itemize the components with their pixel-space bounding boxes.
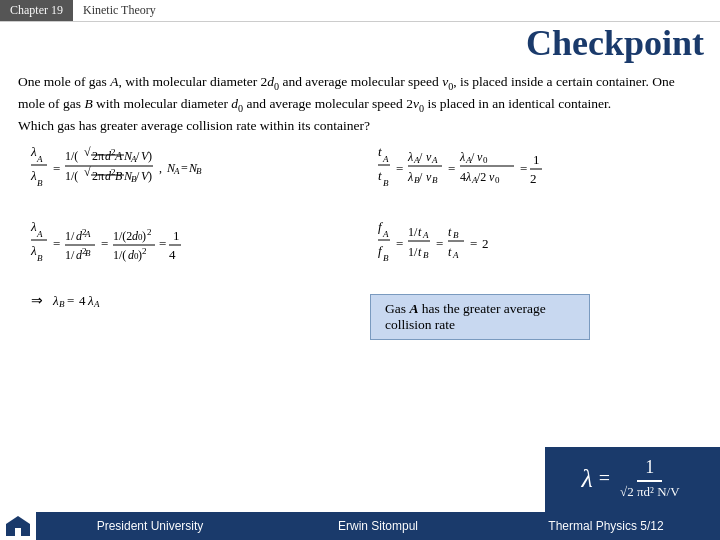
footer-course: Thermal Physics 5/12 [548,519,663,533]
svg-text:λ: λ [30,144,37,159]
svg-text:2π: 2π [92,149,104,163]
lambda-numerator: 1 [637,457,662,482]
formula-svg-r2: f A f B = 1/ t A 1/ t B = t [376,217,696,282]
formula-svg-3: ⇒ λ B = 4 λ A [29,287,339,315]
svg-text:1/: 1/ [65,248,75,262]
svg-text:√: √ [84,165,91,179]
svg-text:/2: /2 [477,170,486,184]
svg-text:=: = [396,236,403,251]
lambda-symbol: λ [581,464,592,494]
formula-block-r2: f A f B = 1/ t A 1/ t B = t [370,217,702,282]
svg-text:/: / [471,150,475,164]
svg-text:λ: λ [52,293,59,308]
svg-text:B: B [37,253,43,263]
svg-text:=: = [101,236,108,251]
svg-text:A: A [173,166,180,176]
footer-center: Erwin Sitompul [264,519,492,533]
svg-text:t: t [448,245,452,259]
svg-text:B: B [432,175,438,185]
svg-text:2: 2 [147,227,152,237]
svg-text:λ: λ [407,150,413,164]
university-logo-icon [6,516,30,536]
svg-text:1/: 1/ [65,229,75,243]
svg-text:1/(: 1/( [113,248,126,262]
answer-text: Gas A has the greater average collision … [385,301,546,332]
svg-text:1/(: 1/( [65,149,78,163]
svg-text:λ: λ [87,293,94,308]
svg-text:1/: 1/ [408,245,418,259]
main-content: One mole of gas A, with molecular diamet… [0,64,720,346]
svg-text:B: B [383,178,389,188]
header: Chapter 19 Kinetic Theory [0,0,720,22]
svg-text:): ) [148,149,152,163]
svg-text:A: A [422,230,429,240]
svg-text:=: = [159,236,166,251]
lambda-denominator: √2 πd² N/V [616,482,683,500]
math-area: λ A λ B = 1/( √ 2π d 2 A N A [18,142,702,340]
chapter-tab: Chapter 19 [0,0,73,21]
equals-sign: = [599,467,610,490]
math-right: t A t B = λ A / v A λ B / v [360,142,702,340]
svg-text:A: A [93,299,100,309]
topic-label: Kinetic Theory [83,3,156,18]
footer-author: Erwin Sitompul [338,519,418,533]
formula-svg-r1: t A t B = λ A / v A λ B / v [376,142,696,207]
svg-text:B: B [37,178,43,188]
svg-text:): ) [148,169,152,183]
svg-text:t: t [418,245,422,259]
svg-text:A: A [36,229,43,239]
formula-block-1: λ A λ B = 1/( √ 2π d 2 A N A [18,142,350,207]
svg-text:/: / [419,150,423,164]
svg-text:A: A [382,154,389,164]
svg-text:1/(2: 1/(2 [113,229,132,243]
topic-tab: Kinetic Theory [73,0,166,21]
formula-block-r1: t A t B = λ A / v A λ B / v [370,142,702,207]
svg-text:4: 4 [79,293,86,308]
svg-text:,: , [159,161,162,175]
svg-text:t: t [378,144,382,159]
svg-text:2: 2 [530,171,537,186]
svg-text:t: t [378,168,382,183]
svg-text:A: A [114,149,123,163]
svg-text:2: 2 [482,236,489,251]
svg-text:/: / [136,149,140,163]
svg-text:0: 0 [483,155,488,165]
svg-text:B: B [453,230,459,240]
svg-text:=: = [53,236,60,251]
svg-text:=: = [67,293,74,308]
svg-marker-131 [6,516,30,524]
svg-text:λ: λ [30,243,37,258]
svg-text:2: 2 [142,246,147,256]
svg-text:A: A [84,229,91,239]
svg-text:1: 1 [533,152,540,167]
svg-text:A: A [36,154,43,164]
problem-text: One mole of gas A, with molecular diamet… [18,72,702,136]
svg-text:1/(: 1/( [65,169,78,183]
svg-text:=: = [448,161,455,176]
footer-right: Thermal Physics 5/12 [492,519,720,533]
svg-text:t: t [448,225,452,239]
svg-text:B: B [85,248,91,258]
formula-block-3: ⇒ λ B = 4 λ A [18,287,350,315]
svg-text:0: 0 [495,175,500,185]
svg-text:λ: λ [459,150,465,164]
svg-text:B: B [196,166,202,176]
formula-block-2: λ A λ B = 1/ d 2 A 1/ d 2 B = [18,217,350,277]
svg-text:/: / [419,170,423,184]
answer-box: Gas A has the greater average collision … [370,294,590,340]
svg-text:1: 1 [173,228,180,243]
svg-text:=: = [181,161,188,175]
svg-text:4: 4 [169,247,176,262]
svg-text:1/: 1/ [408,225,418,239]
footer-logo [0,512,36,540]
svg-text:⇒: ⇒ [31,293,43,308]
footer: President University Erwin Sitompul Ther… [0,512,720,540]
svg-text:B: B [383,253,389,263]
page-title: Checkpoint [0,22,720,64]
footer-university: President University [97,519,204,533]
svg-text:A: A [452,250,459,260]
chapter-label: Chapter 19 [10,3,63,18]
svg-text:B: B [423,250,429,260]
svg-text:=: = [470,236,477,251]
svg-text:√: √ [84,145,91,159]
